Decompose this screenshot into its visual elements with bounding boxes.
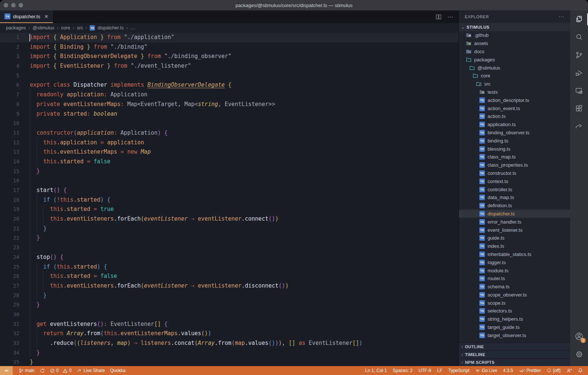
tree-file-action-descriptor-ts[interactable]: TSaction_descriptor.ts: [459, 96, 570, 104]
code-line[interactable]: 32 return Array.from(this.eventListenerM…: [0, 329, 458, 339]
tree-file-guide-ts[interactable]: TSguide.ts: [459, 234, 570, 242]
tree-file-scope-ts[interactable]: TSscope.ts: [459, 299, 570, 307]
tree-file-action-ts[interactable]: TSaction.ts: [459, 112, 570, 121]
code-editor[interactable]: 1import { Application } from "./applicat…: [0, 33, 458, 366]
cursor-position[interactable]: Ln 1, Col 1: [365, 366, 387, 375]
screencast-mode-item[interactable]: [off]: [547, 366, 560, 375]
code-line[interactable]: 26 this.started = false: [0, 272, 458, 281]
extensions-view-icon[interactable]: [570, 100, 588, 118]
live-share-view-icon[interactable]: [570, 118, 588, 135]
code-line[interactable]: 4import { EventListener } from "./event_…: [0, 61, 458, 71]
run-debug-view-icon[interactable]: [570, 64, 588, 82]
tree-file-schema-ts[interactable]: TSschema.ts: [459, 283, 570, 291]
remote-indicator[interactable]: ><: [0, 366, 13, 375]
breadcrumb-item[interactable]: dispatcher.ts: [98, 25, 124, 31]
tree-file-action-event-ts[interactable]: TSaction_event.ts: [459, 104, 570, 112]
code-line[interactable]: 31 get eventListeners(): EventListener[]…: [0, 320, 458, 329]
tree-file-application-ts[interactable]: TSapplication.ts: [459, 121, 570, 129]
tree-file-router-ts[interactable]: TSrouter.ts: [459, 275, 570, 283]
code-line[interactable]: 27 this.eventListeners.forEach(eventList…: [0, 281, 458, 291]
code-line[interactable]: 15 }: [0, 167, 458, 176]
code-line[interactable]: 11 constructor(application: Application)…: [0, 128, 458, 138]
breadcrumb-item[interactable]: src: [77, 25, 83, 31]
tree-file-index-ts[interactable]: TSindex.ts: [459, 242, 570, 250]
tree-file-string-helpers-ts[interactable]: TSstring_helpers.ts: [459, 315, 570, 323]
go-live-button[interactable]: Go Live: [475, 366, 497, 375]
tree-file-binding-ts[interactable]: TSbinding.ts: [459, 137, 570, 145]
tree-file-module-ts[interactable]: TSmodule.ts: [459, 266, 570, 275]
code-line[interactable]: 10: [0, 119, 458, 128]
code-line[interactable]: 20 this.eventListeners.forEach(eventList…: [0, 214, 458, 224]
tree-file-dispatcher-ts[interactable]: TSdispatcher.ts: [459, 210, 570, 218]
code-line[interactable]: 29 }: [0, 300, 458, 310]
source-control-view-icon[interactable]: [570, 46, 588, 64]
tree-file-class-map-ts[interactable]: TSclass_map.ts: [459, 153, 570, 161]
code-line[interactable]: 5: [0, 71, 458, 81]
tree-file-scope-observer-ts[interactable]: TSscope_observer.ts: [459, 291, 570, 299]
accounts-icon[interactable]: 1: [570, 327, 588, 345]
timeline-section[interactable]: ›TIMELINE: [459, 350, 570, 358]
indentation-item[interactable]: Spaces: 2: [393, 366, 412, 375]
close-tab-icon[interactable]: ✕: [44, 14, 48, 19]
code-line[interactable]: 8 private eventListenerMaps: Map<EventTa…: [0, 100, 458, 109]
project-section-header[interactable]: ⌄ STIMULUS: [459, 23, 570, 31]
tree-file-binding-observer-ts[interactable]: TSbinding_observer.ts: [459, 129, 570, 137]
code-line[interactable]: 13 this.eventListenerMaps = new Map: [0, 147, 458, 157]
tree-folder-tests[interactable]: tests: [459, 88, 570, 96]
sync-changes-button[interactable]: [40, 366, 45, 375]
code-line[interactable]: 18 if (!this.started) {: [0, 195, 458, 205]
tree-file-controller-ts[interactable]: TScontroller.ts: [459, 185, 570, 193]
code-line[interactable]: 9 private started: boolean: [0, 109, 458, 119]
code-line[interactable]: 12 this.application = application: [0, 138, 458, 148]
eol-item[interactable]: LF: [437, 366, 442, 375]
code-line[interactable]: 6export class Dispatcher implements Bind…: [0, 80, 458, 90]
code-line[interactable]: 7 readonly application: Application: [0, 90, 458, 100]
tree-file-logger-ts[interactable]: TSlogger.ts: [459, 258, 570, 266]
problems-item[interactable]: 0 0: [50, 366, 71, 375]
prettier-item[interactable]: Prettier: [519, 366, 541, 375]
live-share-button[interactable]: Live Share: [77, 366, 105, 375]
tree-file-definition-ts[interactable]: TSdefinition.ts: [459, 202, 570, 210]
tree-file-error-handler-ts[interactable]: TSerror_handler.ts: [459, 218, 570, 226]
more-actions-icon[interactable]: ⋯: [447, 13, 453, 20]
tree-file-constructor-ts[interactable]: TSconstructor.ts: [459, 169, 570, 177]
code-line[interactable]: 35}: [0, 358, 458, 366]
tree-folder-packages[interactable]: packages: [459, 55, 570, 64]
explorer-more-actions-icon[interactable]: ⋯: [558, 13, 564, 20]
outline-section[interactable]: ›OUTLINE: [459, 343, 570, 350]
code-line[interactable]: 3import { BindingObserverDelegate } from…: [0, 52, 458, 61]
tree-folder--stimulus[interactable]: @stimulus: [459, 64, 570, 72]
npm-scripts-section[interactable]: ›NPM SCRIPTS: [459, 358, 570, 366]
breadcrumb-item[interactable]: @stimulus: [33, 25, 55, 31]
code-line[interactable]: 14 this.started = false: [0, 157, 458, 167]
code-line[interactable]: 17 start() {: [0, 186, 458, 195]
breadcrumb-item[interactable]: packages: [6, 25, 26, 31]
tree-folder-src[interactable]: src: [459, 80, 570, 88]
explorer-view-icon[interactable]: [570, 10, 588, 28]
tree-file-context-ts[interactable]: TScontext.ts: [459, 177, 570, 185]
tree-file-selectors-ts[interactable]: TSselectors.ts: [459, 307, 570, 315]
notifications-bell-icon[interactable]: [578, 366, 583, 375]
split-editor-icon[interactable]: [436, 14, 441, 20]
tree-file-data-map-ts[interactable]: TSdata_map.ts: [459, 193, 570, 202]
breadcrumb-item[interactable]: core: [61, 25, 70, 31]
breadcrumb-item[interactable]: ...: [130, 25, 134, 31]
code-line[interactable]: 34 }: [0, 348, 458, 358]
tree-folder-core[interactable]: core: [459, 72, 570, 80]
code-line[interactable]: 25 if (this.started) {: [0, 262, 458, 272]
encoding-item[interactable]: UTF-8: [419, 366, 431, 375]
quokka-button[interactable]: Quokka: [110, 366, 125, 375]
settings-gear-icon[interactable]: [570, 345, 588, 363]
language-mode-item[interactable]: TypeScript: [448, 366, 470, 375]
code-line[interactable]: 24 stop() {: [0, 253, 458, 262]
tree-folder-assets[interactable]: assets: [459, 39, 570, 48]
code-line[interactable]: 30: [0, 310, 458, 320]
git-branch-item[interactable]: main: [19, 366, 35, 375]
tree-file-target-guide-ts[interactable]: TStarget_guide.ts: [459, 323, 570, 331]
tree-file-target-observer-ts[interactable]: TStarget_observer.ts: [459, 331, 570, 339]
tree-file-blessing-ts[interactable]: TSblessing.ts: [459, 145, 570, 153]
tab-dispatcher[interactable]: TS dispatcher.ts ✕: [0, 10, 53, 23]
remote-explorer-view-icon[interactable]: [570, 82, 588, 100]
code-line[interactable]: 28 }: [0, 291, 458, 301]
tree-file-class-properties-ts[interactable]: TSclass_properties.ts: [459, 161, 570, 169]
